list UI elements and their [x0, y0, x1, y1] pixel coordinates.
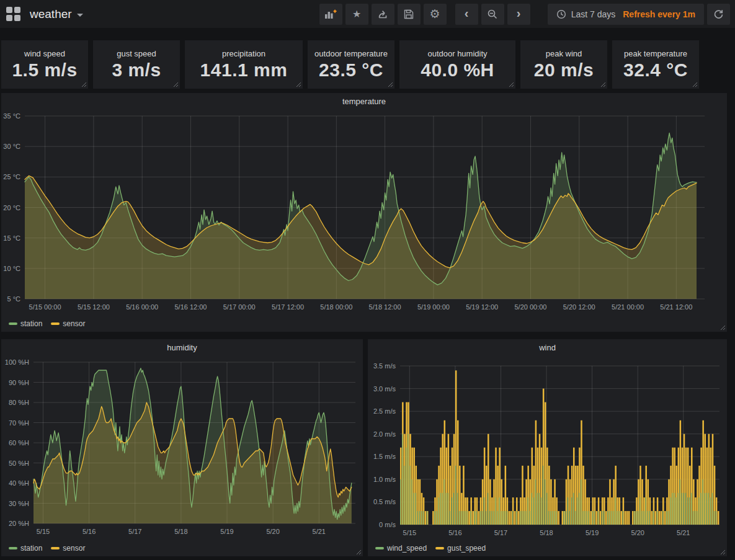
svg-text:100 %H: 100 %H [5, 358, 29, 366]
bottom-panel-row: humidity 5/155/165/175/185/195/205/21100… [1, 339, 735, 556]
svg-text:5/21 12:00: 5/21 12:00 [660, 303, 692, 311]
legend-label: gust_speed [447, 544, 486, 553]
time-forward-button[interactable]: › [507, 4, 530, 25]
time-picker-button[interactable]: Last 7 days Refresh every 1m [548, 4, 704, 25]
time-picker-group: Last 7 days Refresh every 1m [548, 4, 730, 25]
chevron-left-icon: ‹ [465, 6, 469, 20]
legend-color-swatch [51, 322, 60, 325]
svg-text:0 m/s: 0 m/s [379, 521, 396, 528]
save-icon [404, 9, 414, 19]
save-dashboard-button[interactable] [398, 4, 421, 25]
stat-value: 1.5 m/s [12, 60, 77, 81]
share-dashboard-button[interactable] [372, 4, 394, 25]
panel-resize-handle[interactable] [81, 82, 87, 87]
svg-text:5/16: 5/16 [82, 528, 96, 535]
dashboard-body: wind speed 1.5 m/s gust speed 3 m/s prec… [0, 28, 735, 556]
svg-text:60 %H: 60 %H [9, 439, 29, 447]
dashboard-title-menu[interactable]: weather [30, 7, 83, 21]
svg-text:5/21: 5/21 [313, 528, 326, 535]
stat-panel-outdoor-temperature[interactable]: outdoor temperature 23.5 °C [308, 40, 394, 89]
svg-text:5/19: 5/19 [220, 528, 233, 535]
svg-text:5/19: 5/19 [586, 529, 599, 536]
legend-item-gust-speed[interactable]: gust_speed [435, 544, 486, 553]
stat-title: outdoor temperature [314, 49, 388, 58]
svg-text:5/18: 5/18 [540, 529, 553, 536]
stat-panel-outdoor-humidity[interactable]: outdoor humidity 40.0 %H [399, 40, 515, 89]
stat-title: outdoor humidity [427, 49, 487, 58]
add-panel-icon [324, 9, 337, 20]
stat-panel-peak-wind[interactable]: peak wind 20 m/s [520, 40, 607, 89]
legend-color-swatch [51, 547, 60, 549]
zoom-out-button[interactable] [481, 4, 504, 25]
svg-text:20 °C: 20 °C [3, 204, 20, 211]
stat-panel-wind-speed[interactable]: wind speed 1.5 m/s [1, 40, 88, 89]
panel-resize-handle[interactable] [388, 82, 393, 87]
temperature-legend: station sensor [1, 316, 727, 332]
dashboard-title: weather [30, 7, 72, 21]
svg-text:0.5 m/s: 0.5 m/s [373, 498, 396, 505]
legend-item-sensor[interactable]: sensor [51, 319, 85, 328]
panel-title[interactable]: wind [368, 339, 727, 355]
chevron-right-icon: › [517, 6, 521, 20]
panel-resize-handle[interactable] [356, 549, 362, 555]
add-panel-button[interactable] [319, 4, 342, 25]
panel-resize-handle[interactable] [296, 82, 301, 87]
zoom-out-icon [487, 9, 498, 20]
legend-label: sensor [63, 319, 85, 328]
legend-item-station[interactable]: station [9, 544, 42, 553]
svg-text:40 %H: 40 %H [9, 479, 29, 487]
temperature-chart[interactable]: 5/15 00:005/15 12:005/16 00:005/16 12:00… [1, 109, 727, 316]
legend-item-wind-speed[interactable]: wind_speed [375, 544, 427, 553]
panel-title[interactable]: temperature [1, 93, 727, 109]
svg-text:5/15 12:00: 5/15 12:00 [78, 303, 110, 311]
wind-chart[interactable]: 5/155/165/175/185/195/205/213.5 m/s3.0 m… [368, 355, 727, 540]
time-nav-group: ‹ › [455, 4, 530, 25]
refresh-interval-label: Refresh every 1m [623, 9, 695, 19]
panel-resize-handle[interactable] [173, 82, 179, 87]
svg-text:35 °C: 35 °C [3, 112, 20, 120]
panel-title[interactable]: humidity [1, 339, 363, 355]
time-back-button[interactable]: ‹ [455, 4, 478, 25]
svg-text:2.5 m/s: 2.5 m/s [373, 407, 396, 415]
temperature-chart-panel: temperature 5/15 00:005/15 12:005/16 00:… [1, 93, 727, 332]
stat-value: 40.0 %H [421, 60, 494, 81]
svg-text:5 °C: 5 °C [7, 295, 20, 303]
panel-resize-handle[interactable] [600, 82, 606, 87]
svg-text:5/21 00:00: 5/21 00:00 [612, 303, 644, 311]
svg-text:5/18 00:00: 5/18 00:00 [320, 303, 352, 311]
star-dashboard-button[interactable]: ★ [345, 4, 368, 25]
panel-resize-handle[interactable] [720, 549, 726, 555]
svg-text:5/16 00:00: 5/16 00:00 [126, 303, 158, 311]
svg-text:3.5 m/s: 3.5 m/s [373, 362, 396, 370]
panel-resize-handle[interactable] [692, 82, 698, 87]
legend-item-sensor[interactable]: sensor [51, 544, 85, 553]
refresh-button[interactable] [707, 4, 730, 25]
time-range-label: Last 7 days [571, 9, 616, 19]
humidity-chart[interactable]: 5/155/165/175/185/195/205/21100 %H90 %H8… [1, 355, 363, 540]
star-icon: ★ [352, 8, 361, 20]
svg-text:15 °C: 15 °C [3, 234, 20, 242]
stat-title: peak temperature [624, 49, 687, 58]
legend-color-swatch [375, 547, 384, 549]
svg-text:5/17 12:00: 5/17 12:00 [272, 303, 304, 311]
stat-title: precipitation [222, 49, 265, 58]
dashboard-settings-button[interactable]: ⚙ [424, 4, 447, 25]
legend-color-swatch [9, 547, 17, 549]
panel-resize-handle[interactable] [720, 325, 726, 331]
top-nav-bar: weather ★ [0, 0, 735, 28]
svg-text:5/15: 5/15 [403, 529, 416, 536]
wind-chart-panel: wind 5/155/165/175/185/195/205/213.5 m/s… [368, 339, 727, 556]
stat-panel-peak-temperature[interactable]: peak temperature 32.4 °C [612, 40, 699, 89]
stat-panel-gust-speed[interactable]: gust speed 3 m/s [93, 40, 180, 89]
stat-panel-row: wind speed 1.5 m/s gust speed 3 m/s prec… [1, 40, 735, 89]
stat-panel-precipitation[interactable]: precipitation 141.1 mm [185, 40, 303, 89]
svg-text:90 %H: 90 %H [9, 379, 29, 386]
stat-title: wind speed [24, 49, 65, 58]
grafana-apps-grid-icon[interactable] [6, 7, 21, 22]
svg-text:50 %H: 50 %H [9, 460, 29, 467]
legend-item-station[interactable]: station [9, 319, 42, 328]
legend-label: station [20, 319, 42, 328]
caret-down-icon [77, 14, 83, 17]
panel-resize-handle[interactable] [509, 82, 514, 87]
humidity-legend: station sensor [1, 540, 363, 556]
